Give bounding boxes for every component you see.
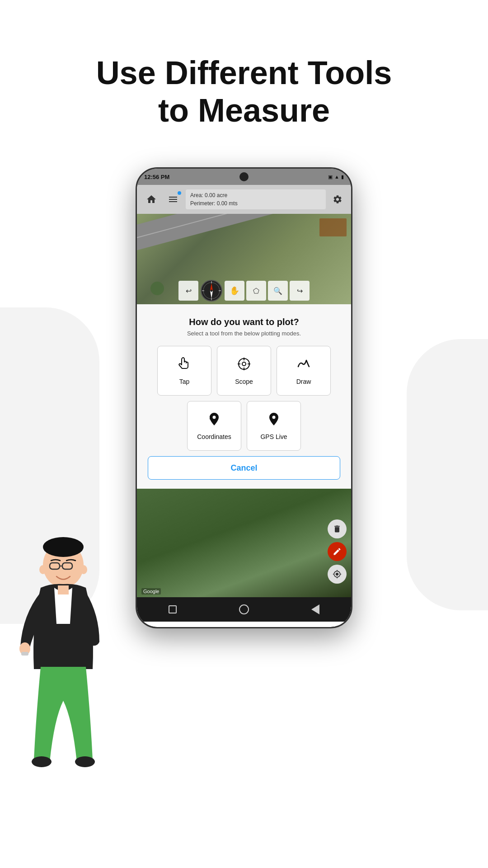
map-view-bottom[interactable]: Google	[137, 489, 351, 597]
wifi-icon: ▲	[334, 174, 339, 179]
page-title: Use Different Tools to Measure	[0, 54, 488, 129]
home-button[interactable]	[142, 190, 160, 208]
search-map-button[interactable]: 🔍	[268, 281, 288, 301]
tap-icon	[177, 357, 192, 373]
svg-point-21	[242, 362, 246, 366]
status-icons: ▣ ▲ ▮	[328, 174, 344, 180]
coordinates-icon	[207, 412, 221, 429]
area-label: Area: 0.00 acre	[190, 191, 321, 199]
gps-live-tool-button[interactable]: GPS Live	[247, 401, 301, 451]
map-road-line	[137, 214, 351, 240]
status-bar: 12:56 PM ▣ ▲ ▮	[137, 169, 351, 185]
svg-rect-9	[21, 652, 28, 656]
draw-tool-button[interactable]: Draw	[277, 346, 331, 396]
svg-point-5	[39, 565, 47, 574]
coordinates-tool-button[interactable]: Coordinates	[187, 401, 241, 451]
bottom-nav	[137, 597, 351, 622]
triangle-icon	[311, 604, 319, 614]
svg-point-10	[32, 756, 52, 767]
scope-icon	[237, 357, 251, 373]
tools-row-2: Coordinates GPS Live	[148, 401, 340, 451]
front-camera	[239, 172, 249, 181]
google-watermark: Google	[141, 588, 161, 594]
scope-tool-button[interactable]: Scope	[217, 346, 271, 396]
polygon-tool-button[interactable]: ⬠	[246, 281, 266, 301]
circle-icon	[239, 604, 249, 614]
hand-tool-button[interactable]: ✋	[225, 281, 244, 301]
app-toolbar: Area: 0.00 acre Perimeter: 0.00 mts	[137, 185, 351, 214]
phone-screen: 12:56 PM ▣ ▲ ▮ Area: 0.00 acre	[137, 169, 351, 627]
battery-icon: ▮	[341, 174, 344, 180]
redo-button[interactable]: ↪	[290, 281, 310, 301]
dialog-title: How do you want to plot?	[148, 317, 340, 327]
nav-square-button[interactable]	[166, 603, 179, 616]
coordinates-label: Coordinates	[197, 433, 231, 440]
menu-button[interactable]	[164, 190, 182, 208]
notification-dot	[178, 191, 181, 195]
plot-dialog: How do you want to plot? Select a tool f…	[137, 304, 351, 489]
fab-buttons	[328, 519, 347, 584]
delete-fab-button[interactable]	[328, 519, 347, 538]
svg-point-6	[80, 565, 87, 574]
svg-point-26	[213, 415, 216, 419]
svg-point-29	[272, 415, 276, 419]
cancel-label: Cancel	[230, 463, 257, 473]
tap-tool-button[interactable]: Tap	[157, 346, 211, 396]
measurement-info: Area: 0.00 acre Perimeter: 0.00 mts	[186, 189, 326, 209]
map-road	[137, 214, 351, 252]
bg-decoration-right	[407, 339, 488, 610]
settings-button[interactable]	[329, 191, 346, 208]
svg-rect-7	[58, 585, 69, 594]
cancel-button[interactable]: Cancel	[148, 456, 340, 480]
undo-button[interactable]: ↩	[178, 281, 198, 301]
svg-point-11	[75, 756, 95, 767]
nav-back-button[interactable]	[309, 603, 322, 616]
tools-row-1: Tap Scop	[148, 346, 340, 396]
map-satellite-bottom	[137, 489, 351, 597]
scope-label: Scope	[235, 378, 253, 385]
draw-icon	[296, 357, 311, 373]
screen-icon: ▣	[328, 174, 333, 180]
square-icon	[169, 605, 177, 613]
nav-home-button[interactable]	[238, 603, 250, 616]
status-time: 12:56 PM	[144, 174, 169, 180]
character-illustration	[9, 533, 117, 796]
gps-live-icon	[267, 412, 281, 429]
draw-label: Draw	[296, 378, 311, 385]
tap-label: Tap	[179, 378, 190, 385]
map-view-top[interactable]: ↩	[137, 214, 351, 304]
map-overlay-toolbar: ↩	[137, 277, 351, 304]
svg-point-4	[43, 537, 84, 557]
compass-button[interactable]	[200, 279, 223, 302]
phone-body: 12:56 PM ▣ ▲ ▮ Area: 0.00 acre	[136, 167, 352, 628]
locate-fab-button[interactable]	[328, 565, 347, 584]
dialog-subtitle: Select a tool from the below plotting mo…	[148, 330, 340, 337]
edit-fab-button[interactable]	[328, 542, 347, 561]
gps-live-label: GPS Live	[260, 433, 287, 440]
perimeter-label: Perimeter: 0.00 mts	[190, 199, 321, 208]
phone-device: 12:56 PM ▣ ▲ ▮ Area: 0.00 acre	[136, 167, 352, 628]
